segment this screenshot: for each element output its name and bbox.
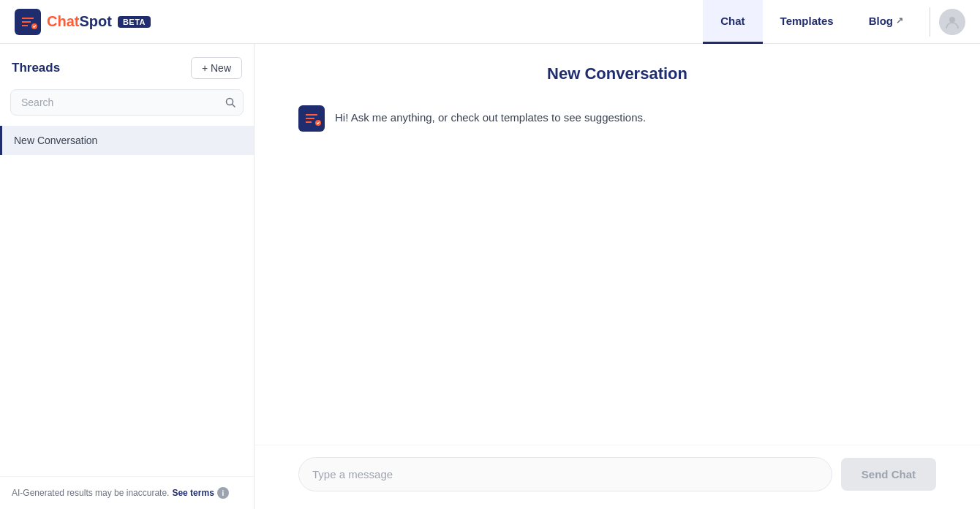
chat-title: New Conversation [269,64,965,83]
external-link-icon: ↗ [896,15,903,26]
see-terms-link[interactable]: See terms [172,488,214,498]
logo-text: ChatSpot [47,13,112,30]
bot-avatar-icon [298,105,325,132]
chat-header: New Conversation [255,44,980,98]
logo-chat-part: Chat [47,13,79,29]
main-nav: Chat Templates Blog ↗ [703,0,965,44]
bot-message-row: Hi! Ask me anything, or check out templa… [298,105,936,132]
footer-disclaimer-text: AI-Generated results may be inaccurate. [12,488,169,498]
main-layout: Threads + New New Conversation AI-Genera… [0,44,980,509]
svg-point-2 [949,17,955,23]
nav-blog[interactable]: Blog ↗ [851,0,921,44]
sidebar-header: Threads + New [0,44,254,89]
header: ChatSpot BETA Chat Templates Blog ↗ [0,0,980,44]
search-wrapper [10,89,244,116]
send-chat-button[interactable]: Send Chat [841,458,936,491]
conversation-item[interactable]: New Conversation [0,126,254,155]
search-input[interactable] [10,89,244,116]
new-button[interactable]: + New [191,57,242,79]
chat-messages: Hi! Ask me anything, or check out templa… [255,98,980,445]
search-area [0,89,254,126]
sidebar-footer: AI-Generated results may be inaccurate. … [0,476,254,509]
info-icon[interactable]: i [217,487,229,499]
user-avatar[interactable] [939,9,965,35]
message-input[interactable] [298,457,832,491]
logo-spot-part: Spot [79,13,111,29]
nav-divider [930,7,930,37]
nav-templates[interactable]: Templates [763,0,851,44]
sidebar: Threads + New New Conversation AI-Genera… [0,44,255,509]
user-icon [944,14,960,30]
bot-message-text: Hi! Ask me anything, or check out templa… [335,105,646,127]
threads-title: Threads [12,61,60,75]
conversation-list: New Conversation [0,126,254,476]
beta-badge: BETA [118,16,151,28]
chat-area: New Conversation Hi! Ask me anything, or… [255,44,980,509]
chatspot-logo-icon [15,9,41,35]
search-icon [225,97,236,108]
nav-chat[interactable]: Chat [703,0,762,44]
chat-input-area: Send Chat [255,445,980,509]
search-button[interactable] [225,97,236,108]
logo-area: ChatSpot BETA [15,9,151,35]
